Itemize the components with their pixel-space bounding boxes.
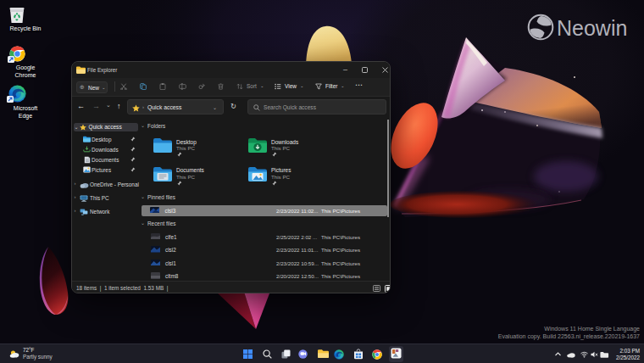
svg-text:Neowin: Neowin bbox=[557, 16, 627, 40]
